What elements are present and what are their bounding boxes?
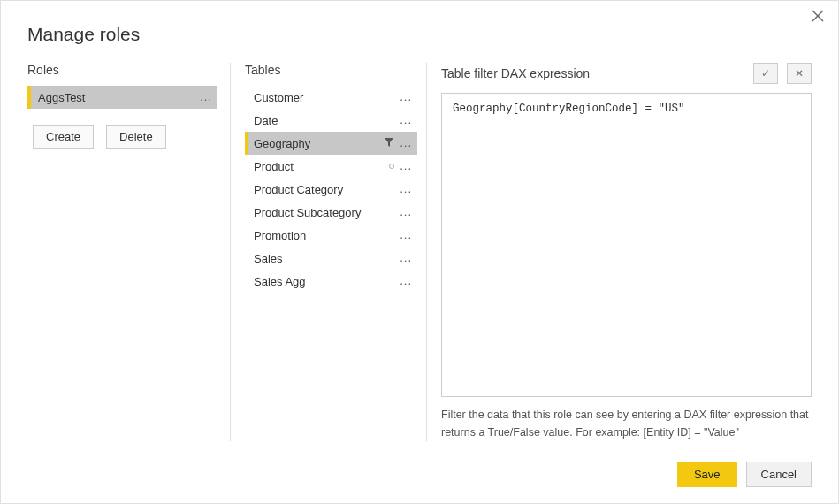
dialog-footer: Save Cancel [677, 462, 812, 487]
ellipsis-icon[interactable]: ... [400, 139, 412, 148]
table-item[interactable]: Customer... [245, 86, 417, 109]
table-item[interactable]: Sales... [245, 247, 417, 270]
table-item[interactable]: Product Category... [245, 178, 417, 201]
tables-header: Tables [245, 63, 417, 77]
table-item[interactable]: Product... [245, 155, 417, 178]
tables-list: Customer...Date...Geography...Product...… [245, 86, 417, 293]
table-item[interactable]: Geography... [245, 132, 417, 155]
ellipsis-icon[interactable]: ... [400, 277, 412, 286]
table-item[interactable]: Date... [245, 109, 417, 132]
table-label: Product [254, 160, 294, 173]
dax-help-text: Filter the data that this role can see b… [441, 406, 812, 441]
table-label: Product Subcategory [254, 206, 361, 219]
delete-role-button[interactable]: Delete [106, 125, 166, 149]
tables-panel: Tables Customer...Date...Geography...Pro… [231, 63, 427, 441]
dialog-title: Manage roles [1, 1, 838, 52]
table-label: Customer [254, 91, 303, 104]
table-item[interactable]: Sales Agg... [245, 270, 417, 293]
dax-accept-button[interactable]: ✓ [753, 63, 778, 84]
table-label: Sales Agg [254, 275, 306, 288]
manage-roles-dialog: Manage roles Roles AggsTest... Create De… [0, 0, 839, 504]
table-label: Product Category [254, 183, 343, 196]
ellipsis-icon[interactable]: ... [400, 208, 412, 217]
ellipsis-icon[interactable]: ... [200, 93, 212, 102]
roles-list: AggsTest... [27, 86, 217, 109]
dax-expression-input[interactable]: Geography[CountryRegionCode] = "US" [441, 93, 812, 397]
roles-panel: Roles AggsTest... Create Delete [27, 63, 231, 441]
role-label: AggsTest [38, 91, 85, 104]
dax-header: Table filter DAX expression [441, 66, 590, 80]
table-item[interactable]: Product Subcategory... [245, 201, 417, 224]
dax-cancel-button[interactable]: ✕ [787, 63, 812, 84]
ellipsis-icon[interactable]: ... [400, 116, 412, 125]
cancel-button[interactable]: Cancel [746, 462, 812, 487]
x-icon: ✕ [795, 67, 804, 80]
filter-icon [384, 137, 394, 150]
create-role-button[interactable]: Create [33, 125, 94, 149]
dax-panel: Table filter DAX expression ✓ ✕ Geograph… [427, 63, 812, 441]
table-label: Geography [254, 137, 310, 150]
roles-header: Roles [27, 63, 217, 77]
table-label: Date [254, 114, 278, 127]
ellipsis-icon[interactable]: ... [400, 162, 412, 171]
close-icon[interactable] [812, 10, 826, 24]
ellipsis-icon[interactable]: ... [400, 185, 412, 194]
role-item[interactable]: AggsTest... [27, 86, 217, 109]
table-label: Promotion [254, 229, 306, 242]
table-label: Sales [254, 252, 283, 265]
circle-icon [389, 164, 394, 169]
ellipsis-icon[interactable]: ... [400, 254, 412, 263]
ellipsis-icon[interactable]: ... [400, 231, 412, 240]
ellipsis-icon[interactable]: ... [400, 93, 412, 102]
table-item[interactable]: Promotion... [245, 224, 417, 247]
save-button[interactable]: Save [677, 462, 737, 487]
check-icon: ✓ [761, 67, 770, 80]
